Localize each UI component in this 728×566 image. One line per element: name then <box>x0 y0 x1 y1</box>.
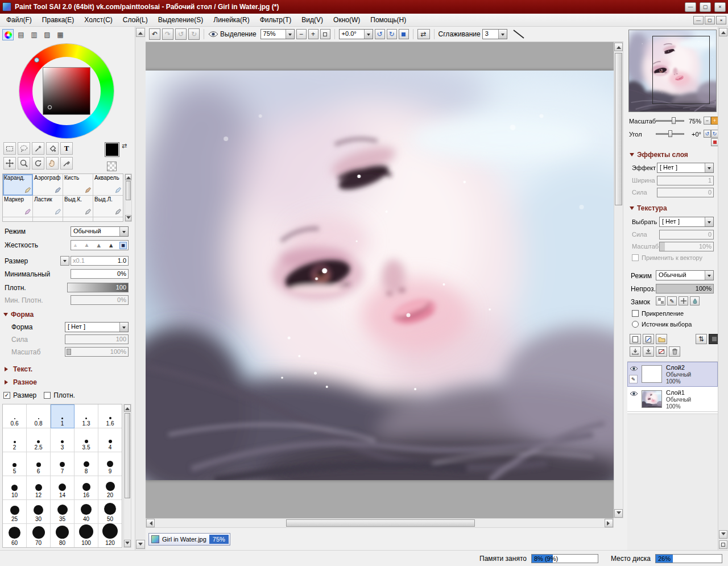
redo-button[interactable]: ↷ <box>162 28 173 40</box>
effect-strength-slider[interactable]: 0 <box>657 188 714 197</box>
hand-tool[interactable] <box>46 157 59 170</box>
hardness-selector[interactable]: ▲ ▲ ▲ ▲ ■ <box>71 240 129 250</box>
rotate-ccw-button[interactable]: ↺ <box>375 29 385 39</box>
layer-mode-dropdown[interactable]: Обычный <box>656 270 714 280</box>
maximize-button[interactable]: ▢ <box>700 2 711 12</box>
left-panel-scrollbar[interactable] <box>135 27 146 550</box>
doc-close-button[interactable]: × <box>716 16 726 24</box>
effect-width-slider[interactable]: 1 <box>657 176 714 185</box>
brush-size-cell-selected[interactable]: 1 <box>51 404 75 428</box>
brush-size-cell[interactable]: 40 <box>75 500 98 524</box>
layer-row[interactable]: Слой1 Обычный 100% <box>627 387 718 412</box>
menu-selection[interactable]: Выделение(S) <box>153 14 209 26</box>
texture-strength-slider[interactable]: 0 <box>659 230 714 239</box>
scroll-up-button[interactable] <box>719 28 727 36</box>
eyedropper-tool[interactable] <box>60 157 73 170</box>
brush-size-cell[interactable]: 0.8 <box>27 404 51 428</box>
brush-size-cell[interactable]: 100 <box>75 524 98 548</box>
smoothing-dropdown[interactable]: 3 <box>482 29 507 39</box>
hue-marker[interactable] <box>34 57 39 63</box>
menu-edit[interactable]: Правка(E) <box>37 14 80 26</box>
hardness-2-icon[interactable]: ▲ <box>84 242 90 248</box>
density-preview-checkbox[interactable] <box>44 392 51 399</box>
menu-canvas[interactable]: Холст(C) <box>79 14 117 26</box>
slider-thumb[interactable] <box>668 130 672 137</box>
draw-lock-button[interactable]: ✎ <box>667 296 677 305</box>
scroll-up-button[interactable] <box>136 28 145 37</box>
primary-color-swatch[interactable] <box>105 142 119 157</box>
fill-tool[interactable] <box>46 142 59 155</box>
menu-filter[interactable]: Фильтр(T) <box>255 14 297 26</box>
brush-size-cell[interactable]: 25 <box>3 500 27 524</box>
zoom-reset-button[interactable] <box>320 29 330 39</box>
angle-dropdown[interactable]: +0.0° <box>339 29 373 39</box>
shape-strength-slider[interactable]: 100 <box>65 334 129 344</box>
menu-ruler[interactable]: Линейка(R) <box>208 14 254 26</box>
texture-header[interactable]: Текстура <box>630 204 667 212</box>
scrollbar-thumb[interactable] <box>125 413 130 498</box>
texture-scale-slider[interactable]: 10% <box>659 242 714 251</box>
alpha-lock-button[interactable] <box>656 296 665 305</box>
clear-layer-button[interactable] <box>656 346 667 357</box>
scroll-down-button[interactable] <box>136 540 145 549</box>
layer-effects-header[interactable]: Эффекты слоя <box>630 151 688 159</box>
brush-size-cell[interactable]: 6 <box>27 452 51 476</box>
layer-special-button[interactable] <box>709 334 718 344</box>
brush-size-cell[interactable]: 12 <box>27 476 51 500</box>
brush-cell[interactable] <box>63 217 93 222</box>
selection-visibility-icon[interactable] <box>208 31 218 38</box>
brush-size-cell[interactable]: 30 <box>27 500 51 524</box>
brush-cell-airbrush[interactable]: Аэрограф <box>33 174 63 196</box>
nav-rotate-ccw-button[interactable]: ↺ <box>704 130 711 138</box>
brush-cell-sel-pen[interactable]: Выд.К. <box>63 196 93 217</box>
nav-angle-reset-button[interactable] <box>711 138 718 146</box>
brush-size-cell[interactable]: 1.3 <box>75 404 98 428</box>
hardness-4-icon[interactable]: ▲ <box>108 242 114 249</box>
brush-cell-pencil[interactable]: Каранд. <box>3 174 33 196</box>
layer-opacity-slider[interactable]: 100% <box>656 284 714 294</box>
brush-grid-scrollbar[interactable] <box>125 173 132 222</box>
scroll-up-button[interactable] <box>125 174 131 180</box>
nav-rotate-cw-button[interactable]: ↻ <box>711 130 718 138</box>
merge-down-button[interactable] <box>643 346 654 357</box>
text-tool[interactable]: T <box>60 142 73 155</box>
swap-colors-icon[interactable]: ⇄ <box>122 142 127 150</box>
new-layer-button[interactable] <box>630 334 641 344</box>
brush-size-cell[interactable]: 35 <box>51 500 75 524</box>
angle-reset-button[interactable] <box>399 29 409 39</box>
document-tab[interactable]: Girl in Water.jpg 75% <box>148 533 230 546</box>
brush-cell[interactable] <box>33 217 63 222</box>
min-density-slider[interactable]: 0% <box>71 295 129 305</box>
size-input[interactable]: x0.1 1.0 <box>71 256 129 266</box>
scrollbar-thumb[interactable] <box>286 519 475 527</box>
brush-size-cell[interactable]: 50 <box>98 500 122 524</box>
color-wheel[interactable] <box>19 44 114 138</box>
right-panel-scrollbar[interactable] <box>718 27 728 550</box>
menu-window[interactable]: Окно(W) <box>328 14 365 26</box>
brush-size-cell[interactable]: 4 <box>98 428 122 452</box>
new-vector-layer-button[interactable] <box>643 334 654 344</box>
sv-marker[interactable] <box>48 105 52 109</box>
brush-cell-marker[interactable]: Маркер <box>3 196 33 217</box>
slider-thumb[interactable] <box>67 349 71 355</box>
brush-size-cell[interactable]: 70 <box>27 524 51 548</box>
size-grid-scrollbar[interactable] <box>123 404 131 548</box>
brush-cell[interactable] <box>3 217 33 222</box>
history-back-button[interactable]: ↺ <box>175 28 187 40</box>
density-slider[interactable]: 100 <box>67 283 129 292</box>
history-forward-button[interactable]: ↻ <box>188 28 200 40</box>
minimum-size-slider[interactable]: 0% <box>71 269 129 279</box>
scroll-up-button[interactable] <box>614 43 623 51</box>
move-lock-button[interactable] <box>679 296 688 305</box>
shape-section-header[interactable]: Форма <box>3 311 34 319</box>
scrollbar-thumb[interactable] <box>615 53 622 205</box>
brush-mode-dropdown[interactable]: Обычный <box>71 226 129 237</box>
hsv-sliders-tab[interactable]: ▥ <box>28 29 40 40</box>
nav-zoom-in-button[interactable]: + <box>711 117 718 125</box>
magic-wand-tool[interactable] <box>32 142 44 155</box>
scroll-left-button[interactable] <box>146 519 155 527</box>
zoom-in-button[interactable]: + <box>308 29 318 39</box>
brush-size-cell[interactable]: 60 <box>3 524 27 548</box>
scroll-right-button[interactable] <box>605 519 613 527</box>
canvas-viewport[interactable] <box>146 42 614 518</box>
